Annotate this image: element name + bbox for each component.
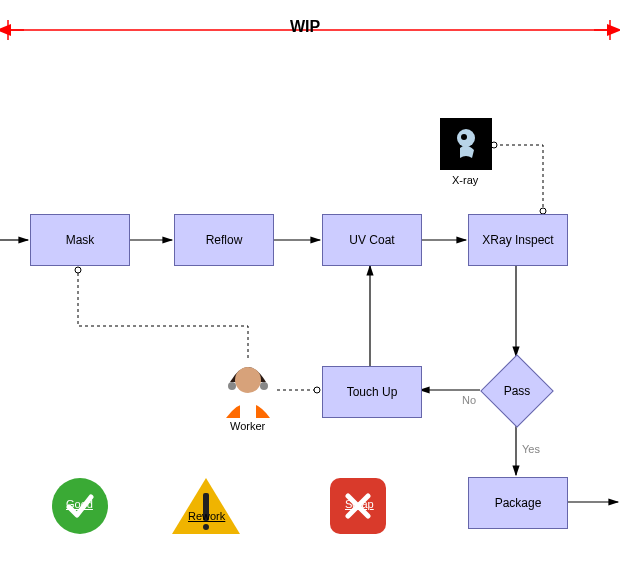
wip-label: WIP xyxy=(290,18,320,36)
node-pass-label: Pass xyxy=(504,384,531,398)
svg-point-15 xyxy=(75,267,81,273)
worker-label: Worker xyxy=(230,420,265,432)
label-scrap: Scrap xyxy=(345,498,374,510)
svg-point-17 xyxy=(461,134,467,140)
node-touchup: Touch Up xyxy=(322,366,422,418)
node-xray-inspect-label: XRay Inspect xyxy=(482,233,553,247)
label-no: No xyxy=(462,394,476,406)
svg-point-20 xyxy=(228,382,236,390)
label-yes: Yes xyxy=(522,443,540,455)
label-good: Good xyxy=(66,498,93,510)
node-mask-label: Mask xyxy=(66,233,95,247)
node-package-label: Package xyxy=(495,496,542,510)
svg-point-21 xyxy=(260,382,268,390)
node-touchup-label: Touch Up xyxy=(347,385,398,399)
node-reflow: Reflow xyxy=(174,214,274,266)
node-uvcoat: UV Coat xyxy=(322,214,422,266)
flow-diagram: WIP X-ray Mask Reflow UV Coat XRay Inspe… xyxy=(0,0,620,563)
node-reflow-label: Reflow xyxy=(206,233,243,247)
node-xray-inspect: XRay Inspect xyxy=(468,214,568,266)
worker-image xyxy=(220,358,276,418)
node-mask: Mask xyxy=(30,214,130,266)
label-rework: Rework xyxy=(188,510,225,522)
node-uvcoat-label: UV Coat xyxy=(349,233,394,247)
svg-point-18 xyxy=(235,367,261,393)
svg-rect-19 xyxy=(240,398,256,418)
xray-label: X-ray xyxy=(452,174,478,186)
node-package: Package xyxy=(468,477,568,529)
node-pass: Pass xyxy=(482,356,552,426)
svg-point-14 xyxy=(314,387,320,393)
xray-image xyxy=(440,118,492,170)
